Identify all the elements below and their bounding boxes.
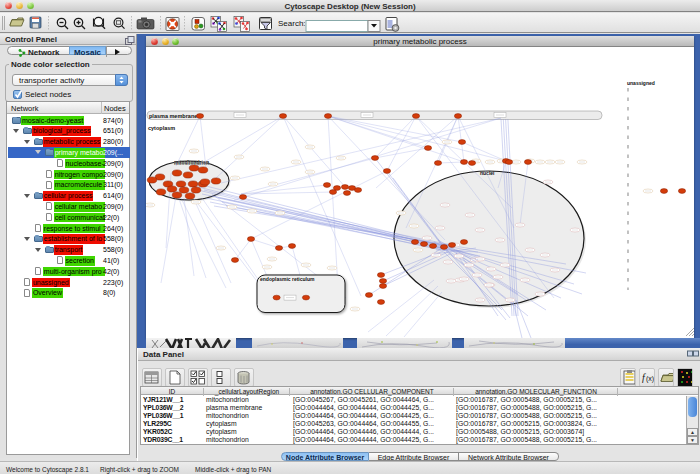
svg-text:mitochondrion: mitochondrion	[174, 160, 209, 166]
svg-text:plasma membrane: plasma membrane	[149, 113, 197, 119]
svg-text:Search:: Search:	[278, 19, 306, 28]
svg-text:endoplasmic reticulum: endoplasmic reticulum	[260, 276, 315, 282]
svg-text:unassigned: unassigned	[627, 80, 655, 86]
svg-text:cytoplasm: cytoplasm	[148, 125, 175, 131]
svg-text:(x): (x)	[646, 375, 654, 383]
